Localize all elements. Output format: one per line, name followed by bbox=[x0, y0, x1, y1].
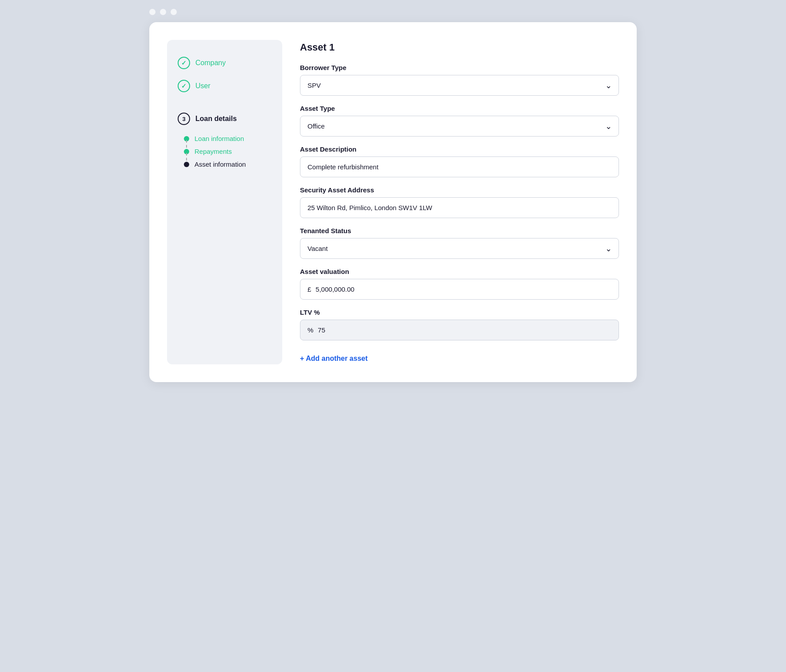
company-check-circle: ✓ bbox=[178, 57, 190, 69]
ltv-prefix: % bbox=[307, 326, 313, 334]
asset-valuation-wrapper: £ bbox=[300, 279, 619, 300]
sidebar-item-loan-information[interactable]: Loan information bbox=[184, 132, 272, 145]
traffic-light-1 bbox=[149, 9, 156, 15]
sub-items: Loan information Repayments Asset inform… bbox=[184, 132, 272, 171]
user-check-icon: ✓ bbox=[181, 82, 187, 90]
security-asset-address-field: Security Asset Address bbox=[300, 186, 619, 218]
sidebar-label-company: Company bbox=[195, 59, 226, 67]
tenanted-status-select-wrapper: Vacant Tenanted Partially Tenanted ⌄ bbox=[300, 238, 619, 259]
label-loan-information: Loan information bbox=[195, 135, 244, 142]
user-check-circle: ✓ bbox=[178, 80, 190, 92]
asset-description-field: Asset Description bbox=[300, 145, 619, 177]
asset-description-input[interactable] bbox=[300, 156, 619, 177]
label-asset-information: Asset information bbox=[195, 160, 246, 168]
borrower-type-field: Borrower Type SPV Individual Company Par… bbox=[300, 64, 619, 96]
asset-type-select-wrapper: Office Residential Retail Industrial Mix… bbox=[300, 116, 619, 137]
sidebar: ✓ Company ✓ User 3 Loan details Loan inf… bbox=[167, 40, 282, 364]
asset-title: Asset 1 bbox=[300, 42, 619, 53]
loan-details-section: 3 Loan details bbox=[178, 109, 272, 127]
asset-valuation-field: Asset valuation £ bbox=[300, 268, 619, 300]
step-number: 3 bbox=[178, 113, 190, 125]
add-another-asset-button[interactable]: + Add another asset bbox=[300, 353, 619, 364]
tenanted-status-select[interactable]: Vacant Tenanted Partially Tenanted bbox=[300, 238, 619, 259]
ltv-field: LTV % % bbox=[300, 309, 619, 340]
borrower-type-select[interactable]: SPV Individual Company Partnership bbox=[300, 75, 619, 96]
label-repayments: Repayments bbox=[195, 148, 232, 155]
tenanted-status-label: Tenanted Status bbox=[300, 227, 619, 234]
company-check-icon: ✓ bbox=[181, 59, 187, 66]
sidebar-item-repayments[interactable]: Repayments bbox=[184, 145, 272, 158]
ltv-label: LTV % bbox=[300, 309, 619, 316]
traffic-light-2 bbox=[160, 9, 166, 15]
asset-valuation-prefix: £ bbox=[307, 285, 311, 293]
asset-valuation-input[interactable] bbox=[315, 279, 611, 299]
ltv-input bbox=[318, 320, 611, 340]
borrower-type-select-wrapper: SPV Individual Company Partnership ⌄ bbox=[300, 75, 619, 96]
add-asset-label: + Add another asset bbox=[300, 355, 368, 363]
section-title: Loan details bbox=[195, 115, 237, 123]
asset-type-select[interactable]: Office Residential Retail Industrial Mix… bbox=[300, 116, 619, 137]
sidebar-label-user: User bbox=[195, 82, 210, 90]
main-content: Asset 1 Borrower Type SPV Individual Com… bbox=[300, 40, 619, 364]
sidebar-item-asset-information[interactable]: Asset information bbox=[184, 158, 272, 171]
asset-type-label: Asset Type bbox=[300, 105, 619, 112]
traffic-light-3 bbox=[171, 9, 177, 15]
security-asset-address-label: Security Asset Address bbox=[300, 186, 619, 194]
ltv-wrapper: % bbox=[300, 320, 619, 340]
sidebar-item-user[interactable]: ✓ User bbox=[178, 77, 272, 95]
sidebar-item-company[interactable]: ✓ Company bbox=[178, 54, 272, 72]
borrower-type-label: Borrower Type bbox=[300, 64, 619, 71]
asset-type-field: Asset Type Office Residential Retail Ind… bbox=[300, 105, 619, 137]
asset-description-label: Asset Description bbox=[300, 145, 619, 153]
main-card: ✓ Company ✓ User 3 Loan details Loan inf… bbox=[149, 22, 637, 382]
dot-asset-information bbox=[184, 162, 189, 167]
tenanted-status-field: Tenanted Status Vacant Tenanted Partiall… bbox=[300, 227, 619, 259]
asset-valuation-label: Asset valuation bbox=[300, 268, 619, 275]
security-asset-address-input[interactable] bbox=[300, 197, 619, 218]
